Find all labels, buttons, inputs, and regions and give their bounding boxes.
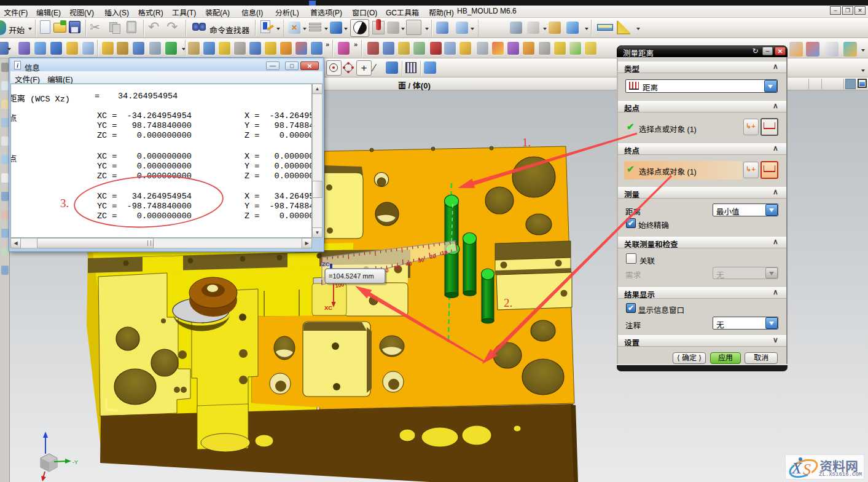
svg-text:3.: 3.: [60, 197, 69, 210]
svg-text:2.: 2.: [504, 296, 512, 309]
svg-text:1.: 1.: [522, 136, 531, 149]
